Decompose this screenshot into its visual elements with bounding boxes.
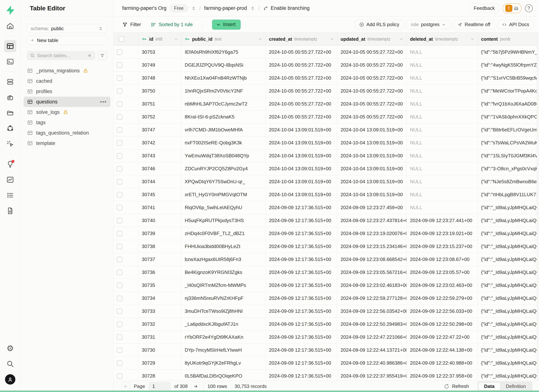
cell-created-at[interactable]: 2024-09-09 12:17:36.515+00: [266, 266, 337, 279]
cell-updated-at[interactable]: 2024-10-05 00:55:27.722+00: [337, 46, 407, 58]
cell-public-id[interactable]: DGEJfJZPQUV9Q-IBqsNSi: [181, 59, 266, 72]
cell-deleted-at[interactable]: NULL: [407, 124, 478, 136]
cell-content[interactable]: {"id":"fvrQ1bXoJ6XaAD08G: [478, 98, 539, 110]
cell-created-at[interactable]: 2024-10-05 00:55:27.722+00: [266, 98, 337, 110]
role-select[interactable]: role postgres: [406, 20, 450, 29]
cell-updated-at[interactable]: 2024-09-09 12:22:40.986386+00: [337, 357, 407, 369]
nav-reports[interactable]: [4, 174, 16, 186]
cell-updated-at[interactable]: 2024-09-09 12:23:19.020076+00: [337, 227, 407, 240]
cell-content[interactable]: {"id":"S1vrVC5BrB59wqcM4: [478, 72, 539, 84]
cell-content[interactable]: {"id":"4wyNgK55lOfrpmYZc: [478, 59, 539, 72]
cell-deleted-at[interactable]: 2024-09-09 12:22:37.958+00: [407, 370, 478, 381]
cell-updated-at[interactable]: 2024-09-09 12:22:37.955419+00: [337, 370, 407, 381]
nav-sql-editor[interactable]: [4, 56, 16, 68]
cell-id[interactable]: 30735: [139, 279, 181, 292]
cell-public-id[interactable]: nbMhHL3AP7OcCJymc2wT2: [181, 98, 266, 110]
cell-content[interactable]: {"id":"5b7j5Pz9WHBNmY_A: [478, 46, 539, 58]
row-checkbox[interactable]: [113, 227, 139, 240]
table-row[interactable]: 30744 XPQwDIqY6Y75SwDnU-qr_ 2024-10-04 1…: [113, 175, 539, 188]
column-header-public-id[interactable]: public_id text: [181, 33, 266, 46]
cell-id[interactable]: 30749: [139, 59, 181, 72]
cell-created-at[interactable]: 2024-10-04 13:09:01.519+00: [266, 149, 337, 162]
table-row[interactable]: 30728 0L5BAfDaLDl5rQOiqeKPO 2024-09-09 1…: [113, 370, 539, 381]
cell-updated-at[interactable]: 2024-10-05 00:55:27.722+00: [337, 85, 407, 97]
cell-content[interactable]: {"id":"B6tr6eEFLrOVgeUmH: [478, 124, 539, 136]
cell-created-at[interactable]: 2024-09-09 12:17:36.515+00: [266, 357, 337, 369]
add-rls-policy-button[interactable]: Add RLS policy: [355, 20, 404, 29]
cell-id[interactable]: 30747: [139, 124, 181, 136]
nav-advisors[interactable]: [4, 158, 16, 170]
supabase-logo-icon[interactable]: [4, 4, 16, 16]
cell-deleted-at[interactable]: NULL: [407, 110, 478, 123]
cell-deleted-at[interactable]: 2024-09-09 12:23:19.021+00: [407, 227, 478, 240]
cell-public-id[interactable]: 1hnRQjxSRm2V0VticY2NF: [181, 85, 266, 97]
table-row[interactable]: 30738 FHHUioa3bidd00BHyLeZt 2024-09-09 1…: [113, 240, 539, 253]
table-row[interactable]: 30739 zHDq4c0F0VBF_TL2_dBZ1 2024-09-09 1…: [113, 227, 539, 240]
cell-updated-at[interactable]: 2024-09-09 12:23:27.459+00: [337, 201, 407, 214]
cell-id[interactable]: 30737: [139, 253, 181, 266]
row-checkbox[interactable]: [113, 253, 139, 266]
cell-public-id[interactable]: 3muDHTceTWso9IZj8hHNI: [181, 305, 266, 318]
cell-updated-at[interactable]: 2024-09-09 12:23:15.234146+00: [337, 240, 407, 253]
cell-created-at[interactable]: 2024-10-05 00:55:27.722+00: [266, 46, 337, 58]
cell-updated-at[interactable]: 2024-09-09 12:23:27.437814+00: [337, 214, 407, 227]
cell-id[interactable]: 30753: [139, 46, 181, 58]
filter-tables-button[interactable]: [98, 51, 107, 60]
row-checkbox[interactable]: [113, 305, 139, 318]
table-item-questions[interactable]: questions •••: [24, 97, 110, 107]
cell-id[interactable]: 30734: [139, 292, 181, 305]
cell-content[interactable]: {"id":"_Id9aLyJpMHQLaiQC: [478, 370, 539, 381]
cell-deleted-at[interactable]: NULL: [407, 136, 478, 149]
column-header-created-at[interactable]: created_at timestamptz: [266, 33, 337, 46]
table-row[interactable]: 30736 Be4KignzoK9YRGNI3Zgks 2024-09-09 1…: [113, 266, 539, 279]
cell-id[interactable]: 30751: [139, 98, 181, 110]
cell-created-at[interactable]: 2024-09-09 12:17:36.515+00: [266, 279, 337, 292]
cell-id[interactable]: 30741: [139, 201, 181, 214]
cell-deleted-at[interactable]: NULL: [407, 162, 478, 175]
table-row[interactable]: 30747 vrlh7CMD-JtM1bOweMHfA 2024-10-04 1…: [113, 124, 539, 136]
cell-public-id[interactable]: bzwXazHgax6UIR58j6Fn3: [181, 253, 266, 266]
row-checkbox[interactable]: [113, 318, 139, 330]
cell-created-at[interactable]: 2024-10-05 00:55:27.722+00: [266, 110, 337, 123]
cell-id[interactable]: 30742: [139, 136, 181, 149]
cell-updated-at[interactable]: 2024-10-05 00:55:27.722+00: [337, 110, 407, 123]
cell-id[interactable]: 30729: [139, 357, 181, 369]
row-checkbox[interactable]: [113, 370, 139, 381]
cell-public-id[interactable]: NhXEo1Xw04FnB4RzWTNjb: [181, 72, 266, 84]
cell-content[interactable]: {"id":"_Id9aLyJpMHQLaiQC: [478, 279, 539, 292]
nav-home[interactable]: [4, 20, 16, 32]
feedback-button[interactable]: Feedback: [469, 4, 499, 13]
row-checkbox[interactable]: [113, 124, 139, 136]
row-checkbox[interactable]: [113, 46, 139, 58]
cell-created-at[interactable]: 2024-09-09 12:17:36.515+00: [266, 227, 337, 240]
column-header-updated-at[interactable]: updated_at timestamptz: [337, 33, 407, 46]
cell-created-at[interactable]: 2024-09-09 12:17:36.515+00: [266, 305, 337, 318]
cell-content[interactable]: {"id":"sTsWaLCPsVA2WuK2: [478, 136, 539, 149]
row-checkbox[interactable]: [113, 175, 139, 188]
filter-button[interactable]: Filter: [122, 22, 141, 27]
cell-deleted-at[interactable]: NULL: [407, 46, 478, 58]
table-row[interactable]: 30741 RiqOV6p_5wihLeIAEQyhU 2024-09-09 1…: [113, 201, 539, 214]
cell-public-id[interactable]: ZDCunRYJP2CQ5Z8Po2Gy4: [181, 162, 266, 175]
cell-created-at[interactable]: 2024-09-09 12:17:36.515+00: [266, 253, 337, 266]
chevrons-up-down-icon[interactable]: [250, 6, 255, 11]
column-header-content[interactable]: content jsonb: [478, 33, 539, 46]
cell-id[interactable]: 30730: [139, 344, 181, 356]
cell-content[interactable]: {"id":"1VASb3phnXXkQPCpv: [478, 110, 539, 123]
rows-per-page-button[interactable]: 100 rows: [204, 382, 231, 391]
cell-deleted-at[interactable]: 2024-09-09 12:22:47.22+00: [407, 331, 478, 344]
cell-content[interactable]: {"id":"_Id9aLyJpMHQLaiQC: [478, 331, 539, 344]
cell-id[interactable]: 30748: [139, 72, 181, 84]
table-row[interactable]: 30734 nj336mN5reuRVNZrKHFpF 2024-09-09 1…: [113, 292, 539, 305]
table-row[interactable]: 30737 bzwXazHgax6UIR58j6Fn3 2024-09-09 1…: [113, 253, 539, 266]
cell-updated-at[interactable]: 2024-10-05 00:55:27.722+00: [337, 72, 407, 84]
cell-created-at[interactable]: 2024-10-05 00:55:27.722+00: [266, 85, 337, 97]
cell-updated-at[interactable]: 2024-09-09 12:22:50.294983+00: [337, 318, 407, 330]
cell-deleted-at[interactable]: NULL: [407, 175, 478, 188]
cell-updated-at[interactable]: 2024-09-09 12:22:47.221066+00: [337, 331, 407, 344]
cell-created-at[interactable]: 2024-10-04 13:09:01.519+00: [266, 124, 337, 136]
cell-id[interactable]: 30733: [139, 305, 181, 318]
cell-created-at[interactable]: 2024-09-09 12:17:36.515+00: [266, 240, 337, 253]
table-row[interactable]: 30732 _La6pddxcKJIbgufATJ1n 2024-09-09 1…: [113, 318, 539, 331]
cell-updated-at[interactable]: 2024-09-09 12:22:59.277128+00: [337, 292, 407, 305]
